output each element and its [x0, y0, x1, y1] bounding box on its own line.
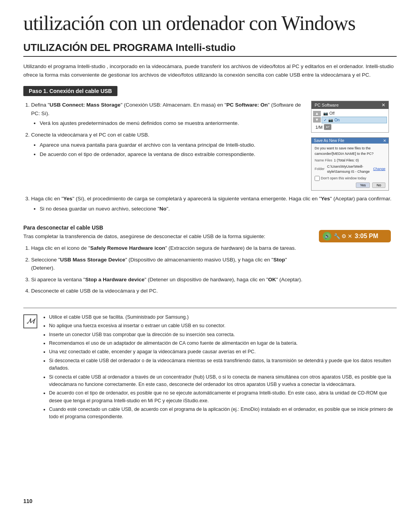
page-number: 110 [23, 498, 32, 504]
pc-back-button[interactable]: ↩ [324, 124, 331, 130]
page-title: utilización con un ordenador con Windows [23, 12, 397, 35]
pc-software-body: ▲ ▼ 📷 Off ✓ 📷 On [312, 109, 388, 132]
taskbar-circle-icon: 🔊 [323, 232, 331, 240]
step1-list: Defina "USB Connect: Mass Storage" (Cone… [23, 101, 303, 159]
taskbar-area: 🔊 🔧 ⚙ ✕ 3:05 PM [319, 230, 397, 242]
camera-icon-2: 📷 [328, 118, 333, 122]
step2-list: Haga clic en el icono de "Safely Remove … [23, 244, 311, 295]
on-label: On [334, 118, 340, 122]
save-dialog-question: Do you want to save new files to the cam… [315, 146, 385, 156]
list-item: Cuando esté conectado un cable USB, de a… [49, 406, 397, 421]
list-item: Conecte la videocámara y el PC con el ca… [31, 131, 303, 159]
note-content: Utilice el cable USB que se facilita. (S… [42, 314, 397, 422]
dont-show-checkbox[interactable] [315, 176, 320, 181]
off-label: Off [329, 111, 334, 116]
pc-nav: ▲ ▼ [313, 110, 321, 123]
list-item: Haga clic en el icono de "Safely Remove … [31, 244, 311, 252]
taskbar-time: 3:05 PM [355, 233, 378, 240]
close-icon[interactable]: ✕ [382, 102, 385, 108]
list-item: Si desconecta el cable USB del ordenador… [49, 357, 397, 372]
notes-list: Utilice el cable USB que se facilita. (S… [42, 314, 397, 421]
pc-row-off: 📷 Off [322, 110, 387, 117]
yes-button[interactable]: Yes [356, 182, 370, 188]
save-dialog-close-icon[interactable]: ✕ [383, 139, 386, 143]
taskbar-mock: 🔊 🔧 ⚙ ✕ 3:05 PM [319, 230, 391, 242]
note-icon: 𝓜 [23, 314, 37, 328]
step1-box: Paso 1. Conexión del cable USB [23, 86, 397, 101]
list-item: Verá los ajustes predeterminados de menú… [40, 119, 303, 128]
list-item: No aplique una fuerza excesiva al insert… [49, 322, 397, 330]
camera-icon: 📷 [323, 111, 328, 116]
name-label: Name Files [315, 158, 332, 163]
save-dialog-folder-row: Folder C:\Users\MyUser\Weill-style\Samsu… [315, 164, 385, 175]
list-item: Desconecte el cable USB de la videocámar… [31, 287, 311, 295]
sub-list: Verá los ajustes predeterminados de menú… [31, 119, 303, 128]
save-dialog-title: Save As New File [314, 139, 344, 143]
pc-rows: 📷 Off ✓ 📷 On [322, 110, 387, 123]
list-item: Inserte un conector USB tras comprobar q… [49, 331, 397, 338]
list-item: Si no desea guardar un nuevo archivo, se… [40, 205, 397, 213]
sys-icon-3: ✕ [348, 233, 352, 239]
name-value: 1 (Total Files: 0) [334, 158, 385, 163]
sub-list: Si no desea guardar un nuevo archivo, se… [31, 205, 397, 213]
pc-row-on: ✓ 📷 On [322, 117, 387, 123]
nav-down-arrow[interactable]: ▼ [313, 117, 321, 123]
save-dialog-titlebar: Save As New File ✕ [312, 138, 388, 144]
save-dialog-checkbox-row: Don't open this window today [315, 176, 385, 181]
list-item: Utilice el cable USB que se facilita. (S… [49, 314, 397, 321]
checkbox-label: Don't open this window today [321, 176, 366, 181]
note-box: 𝓜 Utilice el cable USB que se facilita. … [23, 308, 397, 422]
step1-label: Paso 1. Conexión del cable USB [23, 86, 117, 96]
no-button[interactable]: No [372, 182, 385, 188]
list-item: Seleccione "USB Mass Storage Device" (Di… [31, 256, 311, 272]
save-dialog-body: Do you want to save new files to the cam… [312, 144, 388, 190]
list-item: Recomendamos el uso de un adaptador de a… [49, 340, 397, 347]
nav-up-arrow[interactable]: ▲ [313, 111, 321, 116]
section-title: UTILIZACIÓN DEL PROGRAMA Intelli-studio [23, 42, 397, 57]
step2-content: Para desconectar el cable USB Tras compl… [23, 218, 397, 298]
list-item: De acuerdo con el tipo de ordenador, es … [49, 389, 397, 405]
step1-text-column: Defina "USB Connect: Mass Storage" (Cone… [23, 101, 303, 191]
save-dialog-name-row: Name Files 1 (Total Files: 0) [315, 158, 385, 163]
image-column: PC Software ✕ ▲ ▼ 📷 Off ✓ [311, 101, 397, 191]
taskbar-sys-icons: 🔧 ⚙ ✕ [334, 233, 352, 239]
pc-page-number: 1/M [315, 125, 322, 130]
pc-bottom-row: 1/M ↩ [313, 123, 387, 131]
folder-value: C:\Users\MyUser\Weill-style\Samsung IS -… [327, 164, 371, 175]
save-dialog: Save As New File ✕ Do you want to save n… [311, 137, 389, 191]
para-usb-intro: Tras completar la transferencia de datos… [23, 232, 311, 241]
para-usb-title: Para desconectar el cable USB [23, 224, 311, 231]
pc-software-title: PC Software [315, 103, 339, 107]
list-item: De acuerdo con el tipo de ordenador, apa… [40, 150, 303, 159]
pc-software-window: PC Software ✕ ▲ ▼ 📷 Off ✓ [311, 101, 389, 133]
list-item: Haga clic en "Yes" (Sí), el procedimient… [31, 195, 397, 213]
folder-label: Folder [315, 167, 326, 172]
sys-icon-1: 🔧 [334, 233, 340, 239]
step1-content: Defina "USB Connect: Mass Storage" (Cone… [23, 101, 397, 191]
step2-text-column: Para desconectar el cable USB Tras compl… [23, 218, 311, 298]
list-item: Aparece una nueva pantalla para guardar … [40, 141, 303, 149]
list-item: Una vez conectado el cable, encender y a… [49, 348, 397, 356]
change-link[interactable]: Change [373, 167, 385, 172]
list-item: Defina "USB Connect: Mass Storage" (Cone… [31, 101, 303, 128]
save-dialog-buttons: Yes No [315, 182, 385, 188]
check-icon: ✓ [324, 118, 327, 122]
list-item: Si aparece la ventana "Stop a Hardware d… [31, 275, 311, 284]
pc-software-titlebar: PC Software ✕ [312, 101, 388, 109]
list-item: Si conecta el cable USB al ordenador a t… [49, 373, 397, 389]
sub-list: Aparece una nueva pantalla para guardar … [31, 141, 303, 159]
sys-icon-2: ⚙ [341, 233, 346, 239]
step1-list-continued: Haga clic en "Yes" (Sí), el procedimient… [23, 195, 397, 213]
intro-text: Utilizando el programa Intelli-studio , … [23, 62, 397, 79]
